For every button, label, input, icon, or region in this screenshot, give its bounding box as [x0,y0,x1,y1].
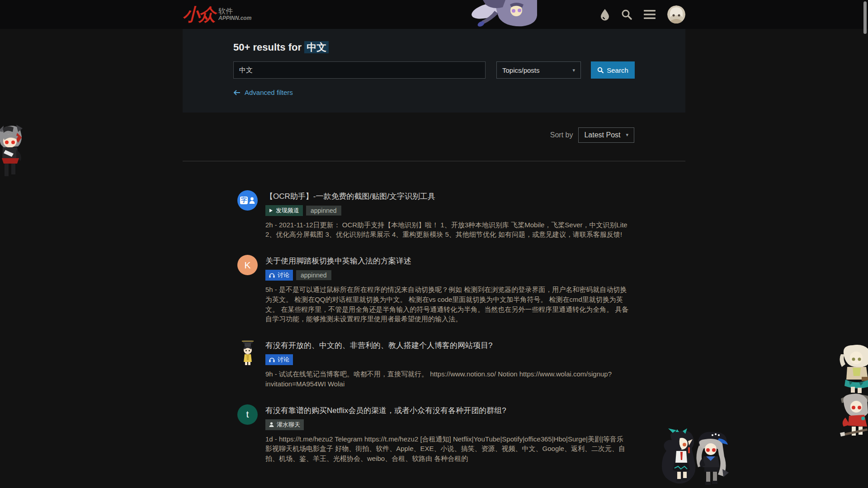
category-badge-chat[interactable]: 灌水聊天 [265,419,304,430]
result-2-avatar[interactable]: K [237,255,258,324]
emperor-chibi-avatar[interactable] [240,339,255,389]
topic-excerpt: 2h - 2021-11-12日更新： OCR助手支持【本地识别】啦！ 1、开放… [265,220,630,240]
category-label: 讨论 [278,271,289,279]
badge-row: 讨论 [265,354,630,365]
sort-select[interactable]: Latest Post ▾ [578,127,634,143]
topic-title[interactable]: 有没有开放的、中文的、非营利的、教人搭建个人博客的网站项目? [265,340,630,351]
result-3-avatar[interactable] [237,339,258,389]
scrollbar[interactable] [863,1,867,34]
sort-row: Sort by Latest Post ▾ [183,127,634,143]
category-label: 灌水聊天 [277,421,300,429]
search-icon[interactable] [621,9,632,20]
person-icon [249,197,255,204]
topic-title[interactable]: 有没有靠谱的购买Netflix会员的渠道，或者小众有没有各种开团的群组? [265,405,630,416]
search-button-label: Search [607,66,628,74]
result-2-body: 关于使用脚踏板切换中英输入法的方案详述 讨论 appinned 5h - 是不是… [265,255,630,324]
search-type-value: Topics/posts [502,66,540,74]
badge-row: 发现频道 appinned [265,205,630,216]
sort-by-label: Sort by [550,131,573,139]
user-letter-avatar[interactable]: t [237,404,258,425]
result-1-body: 【OCR助手】-一款免费的截图/贴图/文字识别工具 发现频道 appinned … [265,190,630,240]
header-inner: 小众 软件 APPINN.com [183,0,685,29]
result-4-avatar[interactable]: t [237,404,258,464]
logo-title: 小众 [183,6,214,23]
result-row-4: t 有没有靠谱的购买Netflix会员的渠道，或者小众有没有各种开团的群组? 灌… [237,404,634,464]
theme-drop-icon[interactable] [600,9,609,21]
search-row: Topics/posts ▾ Search [233,61,635,79]
site-logo[interactable]: 小众 软件 APPINN.com [183,6,251,23]
logo-side: 软件 APPINN.com [218,7,251,22]
badge-row: 灌水聊天 [265,419,630,430]
search-panel: 50+ results for 中文 Topics/posts ▾ Search… [183,26,685,113]
tag-appinned[interactable]: appinned [306,206,341,216]
topic-title[interactable]: 【OCR助手】-一款免费的截图/贴图/文字识别工具 [265,191,630,202]
user-letter-avatar[interactable]: K [237,255,258,275]
category-label: 发现频道 [276,206,299,215]
results-divider [183,161,685,161]
user-avatar[interactable] [667,5,685,23]
category-badge-discuss[interactable]: 讨论 [265,354,293,365]
logo-domain: APPINN.com [218,15,251,22]
arrow-left-icon [233,90,241,95]
headphones-icon [269,272,275,278]
ocr-app-avatar[interactable]: 字 [237,190,258,211]
black-red-chibi-character [0,124,24,182]
two-chibi-characters-right [839,344,868,439]
tag-appinned[interactable]: appinned [296,270,331,280]
headphones-icon [269,357,275,362]
result-4-body: 有没有靠谱的购买Netflix会员的渠道，或者小众有没有各种开团的群组? 灌水聊… [265,404,630,464]
result-row-3: 有没有开放的、中文的、非营利的、教人搭建个人博客的网站项目? 讨论 9h - 试… [237,339,634,389]
search-button[interactable]: Search [591,61,635,79]
advanced-filters-link[interactable]: Advanced filters [233,89,293,96]
logo-subtitle: 软件 [218,7,251,15]
sort-select-value: Latest Post [584,131,620,139]
search-results-list: 字 【OCR助手】-一款免费的截图/贴图/文字识别工具 发现频道 appinne [237,190,634,464]
topic-excerpt: 5h - 是不是可以通过鼠标所在所在程序的情况来自动切换呢？例如 检测到在浏览器… [265,285,630,324]
chevron-down-icon: ▾ [572,67,575,73]
chevron-down-icon: ▾ [626,132,628,138]
search-button-magnifier-icon [597,67,604,73]
ocr-char-glyph: 字 [240,197,248,204]
category-label: 讨论 [278,356,289,364]
hamburger-icon[interactable] [644,10,656,19]
main-content: 50+ results for 中文 Topics/posts ▾ Search… [183,26,685,464]
person-icon [269,422,274,427]
play-triangle-icon [269,208,273,213]
result-3-body: 有没有开放的、中文的、非营利的、教人搭建个人博客的网站项目? 讨论 9h - 试… [265,339,630,389]
query-highlight: 中文 [304,41,329,53]
search-type-select[interactable]: Topics/posts ▾ [496,61,581,79]
header-icons [600,5,685,23]
results-count-heading: 50+ results for 中文 [233,41,635,54]
header: 小众 软件 APPINN.com [0,0,868,29]
category-badge-discover[interactable]: 发现频道 [265,205,303,216]
badge-row: 讨论 appinned [265,270,630,281]
topic-excerpt: 1d - https://t.me/hezu2 Telegram https:/… [265,434,630,464]
advanced-filters-label: Advanced filters [245,89,293,96]
result-row-1: 字 【OCR助手】-一款免费的截图/贴图/文字识别工具 发现频道 appinne [237,190,634,240]
topic-title[interactable]: 关于使用脚踏板切换中英输入法的方案详述 [265,256,630,267]
result-1-avatar[interactable]: 字 [237,190,258,240]
results-count-text: 50+ results for [233,42,302,53]
category-badge-discuss[interactable]: 讨论 [265,270,293,281]
search-input[interactable] [233,61,486,79]
topic-excerpt: 9h - 试试在线笔记当博客吧。啥都不用，直接写就行。 https://www.… [265,369,630,389]
result-row-2: K 关于使用脚踏板切换中英输入法的方案详述 讨论 appinned 5h - 是… [237,255,634,324]
